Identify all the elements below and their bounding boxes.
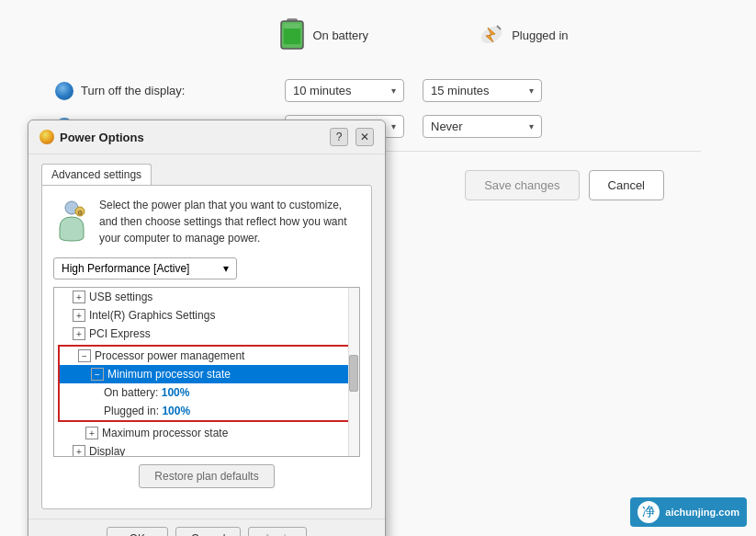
processor-power-block: − Processor power management − Minimum p… bbox=[58, 345, 355, 422]
battery-icon bbox=[279, 18, 305, 51]
restore-btn-container: Restore plan defaults bbox=[53, 464, 360, 488]
globe-icon-1 bbox=[55, 82, 73, 100]
chevron-down-icon: ▾ bbox=[529, 121, 534, 131]
dialog-cancel-button[interactable]: Cancel bbox=[175, 527, 241, 536]
sleep-plugged-dropdown[interactable]: Never ▾ bbox=[423, 115, 542, 138]
expand-icon[interactable]: + bbox=[73, 445, 85, 457]
power-options-dialog: Power Options ? ✕ Advanced settings bbox=[28, 120, 386, 536]
turn-off-on-battery-dropdown[interactable]: 10 minutes ▾ bbox=[285, 79, 404, 102]
plugged-in-col: Plugged in bbox=[479, 18, 568, 51]
tab-content: ⚙ Select the power plan that you want to… bbox=[41, 185, 372, 509]
ok-button[interactable]: OK bbox=[107, 527, 168, 536]
dialog-titlebar: Power Options ? ✕ bbox=[28, 120, 385, 154]
expand-icon[interactable]: + bbox=[73, 327, 85, 340]
dialog-footer: OK Cancel Apply bbox=[28, 519, 385, 536]
watermark-text: aichunjing.com bbox=[665, 507, 739, 518]
svg-text:⚙: ⚙ bbox=[77, 210, 83, 216]
chevron-down-icon: ▾ bbox=[391, 86, 396, 96]
turn-off-plugged-dropdown[interactable]: 15 minutes ▾ bbox=[423, 79, 542, 102]
plan-dropdown: High Performance [Active] ▾ bbox=[53, 257, 360, 279]
power-options-icon bbox=[39, 130, 54, 144]
tree-item-min-processor[interactable]: − Minimum processor state bbox=[60, 365, 354, 383]
dialog-title: Power Options bbox=[39, 130, 144, 144]
chevron-down-icon: ▾ bbox=[391, 121, 396, 131]
watermark-icon: 净 bbox=[638, 501, 660, 523]
tree-item-usb[interactable]: + USB settings bbox=[54, 288, 359, 306]
turn-off-display-row: Turn off the display: 10 minutes ▾ 15 mi… bbox=[55, 79, 701, 102]
plan-select-dropdown[interactable]: High Performance [Active] ▾ bbox=[53, 257, 237, 279]
expand-icon[interactable]: − bbox=[91, 368, 104, 381]
plugged-in-label: Plugged in bbox=[512, 29, 568, 42]
person-settings-icon: ⚙ bbox=[54, 200, 89, 245]
tree-item-pci-express[interactable]: + PCI Express bbox=[54, 325, 359, 343]
tree-item-max-processor[interactable]: + Maximum processor state bbox=[54, 424, 359, 442]
save-changes-button[interactable]: Save changes bbox=[465, 170, 579, 200]
tab-advanced[interactable]: Advanced settings bbox=[41, 164, 152, 185]
tree-scrollbar[interactable] bbox=[348, 288, 359, 456]
scrollbar-thumb[interactable] bbox=[349, 355, 358, 392]
tree-item-on-battery-val[interactable]: On battery: 100% bbox=[60, 383, 354, 402]
restore-plan-defaults-button[interactable]: Restore plan defaults bbox=[139, 464, 274, 488]
expand-icon[interactable]: − bbox=[78, 349, 91, 362]
on-battery-label: On battery bbox=[312, 29, 368, 42]
info-text: Select the power plan that you want to c… bbox=[99, 197, 360, 246]
dialog-body: Advanced settings ⚙ Select the power pla… bbox=[28, 154, 385, 519]
expand-icon[interactable]: + bbox=[85, 427, 98, 439]
apply-button[interactable]: Apply bbox=[248, 527, 307, 536]
titlebar-controls: ? ✕ bbox=[330, 128, 374, 146]
tree-item-display[interactable]: + Display bbox=[54, 442, 359, 457]
watermark: 净 aichunjing.com bbox=[630, 497, 747, 527]
tree-container[interactable]: + USB settings + Intel(R) Graphics Setti… bbox=[53, 287, 360, 457]
battery-header: On battery Plugged in bbox=[55, 18, 701, 51]
settings-figure: ⚙ bbox=[53, 197, 90, 243]
turn-off-label: Turn off the display: bbox=[55, 82, 276, 100]
tree-item-plugged-val[interactable]: Plugged in: 100% bbox=[60, 402, 354, 420]
plugged-in-icon bbox=[479, 22, 504, 48]
tree-item-intel-graphics[interactable]: + Intel(R) Graphics Settings bbox=[54, 306, 359, 325]
help-button[interactable]: ? bbox=[330, 128, 348, 146]
chevron-down-icon: ▾ bbox=[529, 86, 534, 96]
on-battery-col: On battery bbox=[279, 18, 368, 51]
info-section: ⚙ Select the power plan that you want to… bbox=[53, 197, 360, 246]
close-button[interactable]: ✕ bbox=[355, 128, 374, 146]
chevron-down-icon: ▾ bbox=[223, 262, 229, 275]
tree-item-processor-power[interactable]: − Processor power management bbox=[60, 347, 354, 365]
expand-icon[interactable]: + bbox=[73, 291, 85, 303]
cancel-button[interactable]: Cancel bbox=[589, 170, 664, 200]
expand-icon[interactable]: + bbox=[73, 309, 85, 322]
svg-rect-4 bbox=[284, 24, 300, 29]
